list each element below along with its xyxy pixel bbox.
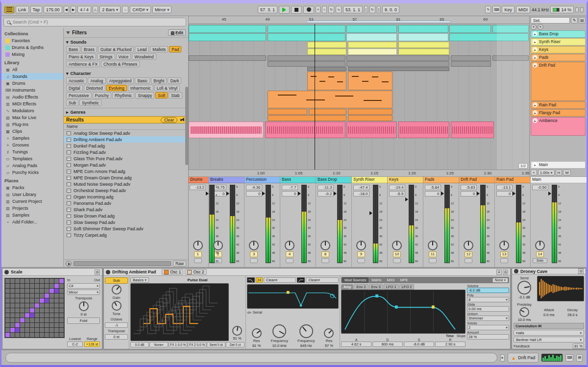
pan-knob[interactable] bbox=[320, 241, 330, 250]
scale-grid-cell[interactable] bbox=[54, 308, 59, 313]
scale-grid-cell[interactable] bbox=[5, 289, 10, 293]
time-ruler[interactable]: 1:001:051:101:151:201:251:301:35 bbox=[189, 170, 529, 176]
gain-knob[interactable] bbox=[112, 285, 122, 294]
filter-tag-bass[interactable]: Bass bbox=[66, 46, 80, 52]
scale-grid-cell[interactable] bbox=[10, 294, 15, 298]
filter1-type-select[interactable]: Clean▾ bbox=[264, 277, 296, 283]
scale-grid-cell[interactable] bbox=[10, 318, 15, 322]
volume-handle[interactable] bbox=[369, 211, 372, 215]
clip[interactable] bbox=[268, 55, 345, 61]
peak-level-display[interactable]: -7.7 bbox=[282, 185, 298, 190]
mixer-track-title[interactable]: Main bbox=[531, 177, 587, 183]
pan-knob[interactable] bbox=[535, 241, 545, 250]
decay-value[interactable]: 28.0 s bbox=[567, 313, 577, 317]
record-button[interactable] bbox=[303, 6, 314, 14]
file-row-orchestral-sweep-pad-adv[interactable]: Orchestral Sweep Pad.adv bbox=[64, 187, 188, 194]
file-row-organ-incoming-adg[interactable]: Organ Incoming.adg bbox=[64, 194, 188, 200]
scale-grid-cell[interactable] bbox=[20, 303, 24, 308]
scale-grid-cell[interactable] bbox=[59, 313, 64, 318]
clip[interactable] bbox=[398, 42, 449, 48]
file-row-mpe-dream-grain-drone-adg[interactable]: MPE Dream-Grain Drone.adg bbox=[64, 174, 188, 181]
tab-matrix[interactable]: Matrix bbox=[369, 277, 384, 283]
scale-grid-cell[interactable] bbox=[54, 333, 59, 337]
scale-grid-cell[interactable] bbox=[5, 279, 10, 283]
peak-level-display[interactable]: -11.3 bbox=[318, 185, 334, 190]
scale-grid-cell[interactable] bbox=[20, 333, 24, 337]
zoom-width-button[interactable]: W bbox=[563, 170, 571, 175]
clip[interactable] bbox=[492, 55, 529, 61]
filter-tag-synthetic[interactable]: Synthetic bbox=[79, 99, 101, 106]
loop-length-field[interactable]: 8. 0. 0 bbox=[382, 6, 399, 13]
filter-tag-stab[interactable]: Stab bbox=[169, 92, 182, 98]
scale-grid-cell[interactable] bbox=[40, 289, 44, 293]
scale-grid-cell[interactable] bbox=[45, 294, 49, 298]
filter-tag-piano-keys[interactable]: Piano & Keys bbox=[66, 53, 96, 60]
scale-grid-cell[interactable] bbox=[59, 298, 64, 303]
file-row-analog-slow-sweep-pad-adv[interactable]: Analog Slow Sweep Pad.adv bbox=[64, 130, 188, 136]
mixer-track-title[interactable]: Synth Riser bbox=[352, 177, 387, 183]
clip[interactable] bbox=[189, 33, 266, 41]
file-row-slow-drown-pad-adg[interactable]: Slow Drown Pad.adg bbox=[64, 213, 188, 219]
filter-slope-value[interactable]: 24 bbox=[256, 277, 263, 283]
sidebar-item-grooves[interactable]: ≡Grooves bbox=[1, 142, 63, 148]
scale-grid-cell[interactable] bbox=[40, 308, 44, 313]
scale-grid-cell[interactable] bbox=[15, 318, 20, 322]
filter-tag-lead[interactable]: Lead bbox=[135, 46, 149, 52]
solo-button[interactable] bbox=[465, 258, 472, 263]
scale-grid-cell[interactable] bbox=[30, 303, 34, 308]
scale-grid-cell[interactable] bbox=[54, 313, 59, 318]
tab-env-3[interactable]: Env 3 bbox=[369, 284, 383, 290]
tab-mod-sources[interactable]: Mod Sources bbox=[342, 277, 368, 283]
scale-grid-cell[interactable] bbox=[54, 294, 59, 298]
follow-button[interactable]: → bbox=[122, 6, 128, 13]
sidebar-item-drums[interactable]: ▣Drums bbox=[1, 80, 63, 87]
scale-base-select[interactable]: C#▾ bbox=[67, 283, 100, 289]
scale-grid-cell[interactable] bbox=[59, 284, 64, 288]
clip[interactable] bbox=[449, 33, 528, 41]
scale-grid-cell[interactable] bbox=[5, 308, 10, 313]
clip[interactable] bbox=[307, 72, 347, 90]
frequency1-knob[interactable] bbox=[272, 324, 286, 338]
scale-grid-cell[interactable] bbox=[35, 284, 39, 288]
scale-grid-cell[interactable] bbox=[49, 298, 54, 303]
clip[interactable] bbox=[398, 49, 449, 55]
sidebar-item-mixing[interactable]: Mixing bbox=[1, 51, 63, 58]
scale-grid-cell[interactable] bbox=[15, 328, 20, 332]
clip[interactable] bbox=[189, 122, 264, 138]
volume-display[interactable]: 0 bbox=[461, 191, 477, 196]
scale-grid-cell[interactable] bbox=[35, 289, 39, 293]
scale-grid-cell[interactable] bbox=[5, 284, 10, 288]
scale-grid-cell[interactable] bbox=[49, 279, 54, 283]
volume-display[interactable]: 0 bbox=[246, 191, 262, 196]
scale-grid-cell[interactable] bbox=[25, 284, 29, 288]
time-signature-field[interactable]: 4 / 4 bbox=[77, 6, 91, 13]
filter-tag-ambience-fx[interactable]: Ambience & FX bbox=[66, 61, 100, 67]
scale-grid-cell[interactable] bbox=[35, 328, 39, 332]
track-number-button[interactable]: 9 bbox=[357, 251, 365, 257]
volume-display[interactable]: -5.5 bbox=[389, 191, 405, 196]
filter-tag-distorted[interactable]: Distorted bbox=[84, 85, 105, 91]
sidebar-item-templates[interactable]: ▭Templates bbox=[1, 155, 63, 162]
lowest-value[interactable]: C-2 bbox=[67, 342, 83, 347]
filter-tag-brass[interactable]: Brass bbox=[81, 46, 97, 52]
track-header-ambience[interactable]: ▸Ambience bbox=[531, 117, 586, 136]
file-row-soft-shimmer-filter-sweep-pad-adv[interactable]: Soft Shimmer Filter Sweep Pad.adv bbox=[64, 225, 188, 232]
file-row-drifting-ambient-pad-adv[interactable]: Drifting Ambient Pad.adv bbox=[64, 136, 188, 143]
volume-display[interactable]: -0.2 bbox=[318, 191, 334, 196]
filter-tag-arpeggiated[interactable]: Arpeggiated bbox=[107, 77, 134, 84]
filter-tag-percussive[interactable]: Percussive bbox=[66, 92, 92, 98]
scale-grid-cell[interactable] bbox=[49, 289, 54, 293]
file-row-shark-pad-adv[interactable]: Shark Pad.adv bbox=[64, 206, 188, 213]
peak-level-display[interactable]: -13.2 bbox=[190, 185, 206, 190]
sidebar-item-midi-effects[interactable]: ▥MIDI Effects bbox=[1, 100, 63, 107]
track-number-button[interactable]: 11 bbox=[429, 251, 437, 257]
scale-grid-cell[interactable] bbox=[35, 294, 39, 298]
beat-time-ruler[interactable]: 45495357616569 bbox=[189, 16, 529, 24]
genres-section[interactable]: ▸ Genres bbox=[64, 108, 188, 116]
sidebar-item-drums-synths[interactable]: Drums & Synths bbox=[1, 44, 63, 51]
meter-icon[interactable]: ▤ bbox=[576, 354, 583, 362]
scale-grid-cell[interactable] bbox=[49, 323, 54, 327]
loop-brace[interactable] bbox=[306, 21, 451, 23]
scale-grid-cell[interactable] bbox=[54, 298, 59, 303]
tempo-field[interactable]: 175.00 bbox=[44, 6, 62, 13]
